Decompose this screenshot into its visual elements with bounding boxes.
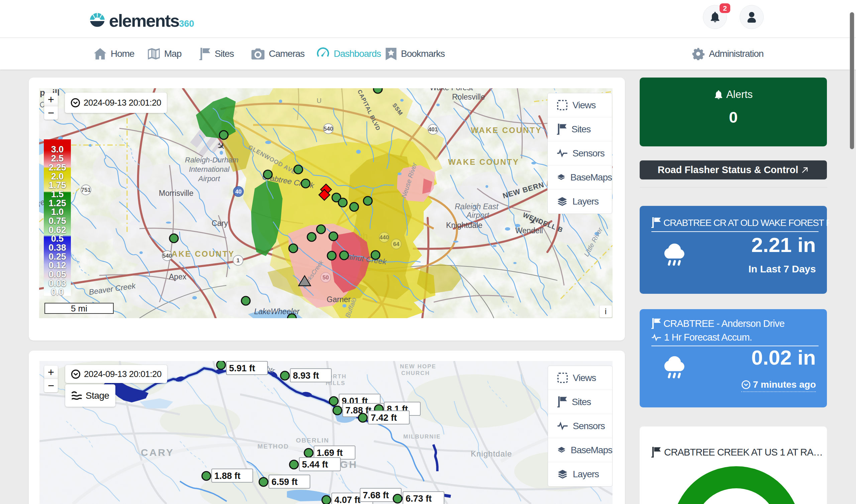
svg-text:Cary: Cary	[212, 219, 228, 228]
svg-text:401: 401	[428, 126, 438, 133]
svg-text:6.59 ft: 6.59 ft	[271, 477, 298, 487]
svg-text:WAKE COUNTY: WAKE COUNTY	[448, 158, 519, 166]
svg-text:U: U	[317, 97, 321, 104]
svg-text:4.07 ft: 4.07 ft	[334, 495, 360, 504]
svg-text:Knightdale: Knightdale	[446, 221, 482, 230]
svg-text:7.68 ft: 7.68 ft	[363, 490, 389, 500]
svg-text:6.73 ft: 6.73 ft	[406, 493, 432, 504]
svg-text:50: 50	[323, 274, 329, 281]
svg-text:751: 751	[81, 187, 91, 193]
svg-text:OBERLIN: OBERLIN	[296, 437, 329, 444]
svg-text:Wendell: Wendell	[515, 226, 543, 235]
svg-text:Airport: Airport	[466, 211, 489, 220]
svg-text:1.69 ft: 1.69 ft	[317, 448, 343, 458]
svg-text:CARY: CARY	[141, 447, 174, 458]
svg-text:5.44 ft: 5.44 ft	[302, 460, 328, 470]
svg-text:Raleigh East: Raleigh East	[455, 202, 499, 211]
svg-text:7.88 ft: 7.88 ft	[345, 406, 372, 415]
svg-text:540: 540	[162, 253, 172, 259]
svg-text:8.93 ft: 8.93 ft	[293, 371, 319, 381]
svg-text:MILBURNIE: MILBURNIE	[403, 433, 441, 440]
svg-text:5.91 ft: 5.91 ft	[229, 363, 255, 373]
svg-text:7.42 ft: 7.42 ft	[371, 413, 397, 423]
svg-text:64: 64	[393, 241, 399, 247]
svg-text:1.88 ft: 1.88 ft	[214, 471, 240, 481]
svg-text:Raleigh-Durham: Raleigh-Durham	[185, 156, 238, 164]
svg-text:METHOD: METHOD	[257, 443, 289, 450]
svg-text:Garner: Garner	[327, 295, 351, 304]
svg-text:Knightdale: Knightdale	[471, 449, 512, 458]
svg-text:WAKE COUNTY: WAKE COUNTY	[163, 249, 235, 258]
svg-text:Rolesville: Rolesville	[452, 93, 485, 101]
svg-text:WAKE COUNTY: WAKE COUNTY	[471, 126, 542, 135]
svg-text:NEW HOPE: NEW HOPE	[400, 363, 436, 370]
svg-text:CHURCH: CHURCH	[401, 370, 430, 376]
svg-text:540: 540	[324, 126, 333, 132]
svg-text:Apex: Apex	[169, 272, 186, 281]
svg-text:Wake Forest: Wake Forest	[430, 88, 473, 92]
svg-text:Airport: Airport	[198, 175, 220, 183]
svg-text:International: International	[189, 165, 230, 174]
svg-text:440: 440	[379, 234, 389, 241]
svg-text:40: 40	[235, 188, 242, 195]
svg-text:1: 1	[236, 257, 239, 264]
svg-text:Morrisville: Morrisville	[159, 189, 194, 198]
